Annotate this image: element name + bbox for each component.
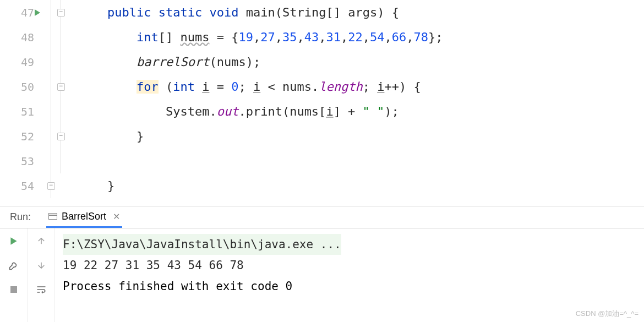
run-tab-label: BarrelSort bbox=[62, 211, 106, 222]
code-line[interactable]: } bbox=[78, 124, 644, 149]
fold-toggle-icon[interactable] bbox=[57, 9, 65, 17]
console-stdout: 19 22 27 31 35 43 54 66 78 bbox=[63, 255, 636, 276]
line-number: 51 bbox=[0, 99, 45, 124]
code-line[interactable]: barrelSort(nums); bbox=[78, 50, 644, 74]
run-panel: Run: BarrelSort ✕ bbox=[0, 206, 644, 322]
fold-toggle-icon[interactable] bbox=[47, 182, 55, 190]
fold-toggle-icon[interactable] bbox=[57, 133, 65, 140]
run-tab[interactable]: BarrelSort ✕ bbox=[46, 206, 122, 228]
ln: 47 bbox=[21, 6, 34, 19]
run-toolbar-nav bbox=[28, 228, 55, 322]
editor-area: 47 48 49 50 51 52 53 54 public static vo… bbox=[0, 0, 644, 206]
line-number: 48 bbox=[0, 25, 45, 50]
code-line[interactable]: for (int i = 0; i < nums.length; i++) { bbox=[78, 74, 644, 99]
console-exit: Process finished with exit code 0 bbox=[63, 276, 636, 297]
code-line[interactable]: } bbox=[78, 173, 644, 198]
line-number: 52 bbox=[0, 124, 45, 149]
code-line[interactable] bbox=[78, 149, 644, 173]
line-number: 47 bbox=[0, 0, 45, 25]
console-output[interactable]: F:\ZSY\Java\JavaInstall\bin\java.exe ...… bbox=[55, 228, 644, 322]
rerun-button[interactable] bbox=[7, 234, 21, 248]
run-body: F:\ZSY\Java\JavaInstall\bin\java.exe ...… bbox=[0, 228, 644, 322]
code-line[interactable]: int[] nums = {19,27,35,43,31,22,54,66,78… bbox=[78, 25, 644, 50]
line-number: 54 bbox=[0, 173, 45, 198]
svg-rect-2 bbox=[10, 286, 17, 293]
close-icon[interactable]: ✕ bbox=[113, 211, 120, 222]
fold-gutter bbox=[45, 0, 78, 206]
soft-wrap-icon[interactable] bbox=[34, 282, 48, 297]
wrench-icon[interactable] bbox=[7, 258, 21, 272]
run-panel-header: Run: BarrelSort ✕ bbox=[0, 206, 644, 228]
run-toolbar-left bbox=[0, 228, 28, 322]
console-command: F:\ZSY\Java\JavaInstall\bin\java.exe ... bbox=[63, 234, 341, 255]
svg-marker-1 bbox=[10, 237, 17, 245]
watermark: CSDN @加油=^_^= bbox=[576, 309, 638, 319]
arrow-up-icon[interactable] bbox=[34, 234, 48, 248]
code-line[interactable]: public static void main(String[] args) { bbox=[78, 0, 644, 25]
line-number: 50 bbox=[0, 74, 45, 99]
line-number: 53 bbox=[0, 149, 45, 173]
line-number: 49 bbox=[0, 50, 45, 74]
svg-marker-0 bbox=[35, 9, 40, 16]
stop-button[interactable] bbox=[7, 282, 21, 297]
code-editor[interactable]: public static void main(String[] args) {… bbox=[78, 0, 644, 206]
line-number-gutter: 47 48 49 50 51 52 53 54 bbox=[0, 0, 45, 206]
code-line[interactable]: System.out.print(nums[i] + " "); bbox=[78, 99, 644, 124]
line-number bbox=[0, 198, 45, 206]
arrow-down-icon[interactable] bbox=[34, 258, 48, 272]
fold-toggle-icon[interactable] bbox=[57, 83, 65, 91]
run-line-icon[interactable] bbox=[33, 7, 42, 20]
run-label: Run: bbox=[10, 211, 31, 223]
window-icon bbox=[48, 213, 57, 220]
